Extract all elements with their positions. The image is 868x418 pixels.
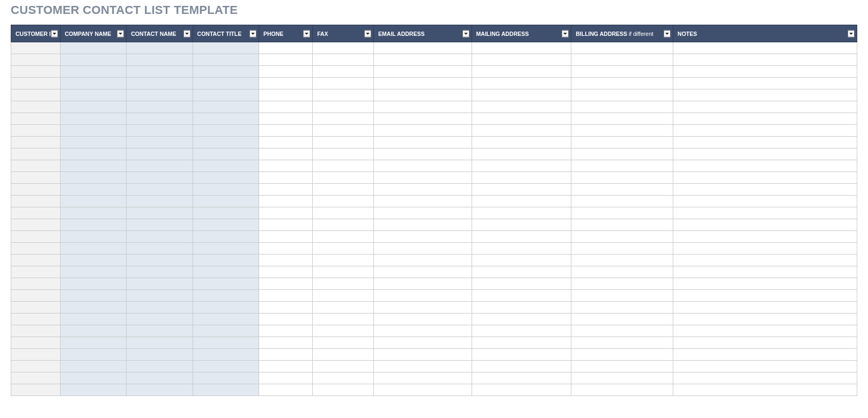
cell[interactable] <box>571 89 673 101</box>
cell[interactable] <box>374 384 472 396</box>
filter-dropdown-icon[interactable] <box>664 30 671 37</box>
cell[interactable] <box>313 243 374 255</box>
cell[interactable] <box>127 302 193 314</box>
cell[interactable] <box>673 231 857 243</box>
filter-dropdown-icon[interactable] <box>183 30 190 37</box>
cell[interactable] <box>259 278 312 290</box>
cell[interactable] <box>11 101 61 113</box>
cell[interactable] <box>11 349 61 361</box>
cell[interactable] <box>313 78 374 89</box>
cell[interactable] <box>313 314 374 325</box>
cell[interactable] <box>259 196 312 207</box>
cell[interactable] <box>673 148 857 160</box>
cell[interactable] <box>193 361 259 372</box>
cell[interactable] <box>673 266 857 278</box>
cell[interactable] <box>313 101 374 113</box>
cell[interactable] <box>127 231 193 243</box>
cell[interactable] <box>11 66 61 78</box>
cell[interactable] <box>60 314 126 325</box>
cell[interactable] <box>313 207 374 219</box>
cell[interactable] <box>673 160 857 172</box>
cell[interactable] <box>374 219 472 231</box>
cell[interactable] <box>673 54 857 66</box>
cell[interactable] <box>60 337 126 349</box>
cell[interactable] <box>571 266 673 278</box>
cell[interactable] <box>673 196 857 207</box>
cell[interactable] <box>571 384 673 396</box>
cell[interactable] <box>11 302 61 314</box>
cell[interactable] <box>673 325 857 337</box>
cell[interactable] <box>313 349 374 361</box>
cell[interactable] <box>472 302 571 314</box>
cell[interactable] <box>313 384 374 396</box>
cell[interactable] <box>193 372 259 384</box>
cell[interactable] <box>313 42 374 54</box>
cell[interactable] <box>571 42 673 54</box>
cell[interactable] <box>374 54 472 66</box>
cell[interactable] <box>673 78 857 89</box>
cell[interactable] <box>127 42 193 54</box>
cell[interactable] <box>259 42 312 54</box>
cell[interactable] <box>127 78 193 89</box>
cell[interactable] <box>472 278 571 290</box>
cell[interactable] <box>472 255 571 266</box>
cell[interactable] <box>313 325 374 337</box>
cell[interactable] <box>127 325 193 337</box>
cell[interactable] <box>472 101 571 113</box>
cell[interactable] <box>374 160 472 172</box>
cell[interactable] <box>193 137 259 148</box>
cell[interactable] <box>374 243 472 255</box>
cell[interactable] <box>673 372 857 384</box>
cell[interactable] <box>127 113 193 125</box>
cell[interactable] <box>472 113 571 125</box>
cell[interactable] <box>11 78 61 89</box>
cell[interactable] <box>472 337 571 349</box>
cell[interactable] <box>259 54 312 66</box>
cell[interactable] <box>374 125 472 137</box>
cell[interactable] <box>673 125 857 137</box>
cell[interactable] <box>193 278 259 290</box>
cell[interactable] <box>60 137 126 148</box>
cell[interactable] <box>60 384 126 396</box>
cell[interactable] <box>127 243 193 255</box>
cell[interactable] <box>127 266 193 278</box>
cell[interactable] <box>472 243 571 255</box>
cell[interactable] <box>60 113 126 125</box>
cell[interactable] <box>313 172 374 184</box>
cell[interactable] <box>11 266 61 278</box>
cell[interactable] <box>193 196 259 207</box>
cell[interactable] <box>259 255 312 266</box>
cell[interactable] <box>313 278 374 290</box>
cell[interactable] <box>673 207 857 219</box>
cell[interactable] <box>374 42 472 54</box>
cell[interactable] <box>571 325 673 337</box>
cell[interactable] <box>472 314 571 325</box>
cell[interactable] <box>472 78 571 89</box>
cell[interactable] <box>374 66 472 78</box>
cell[interactable] <box>313 372 374 384</box>
cell[interactable] <box>374 89 472 101</box>
cell[interactable] <box>193 219 259 231</box>
cell[interactable] <box>673 349 857 361</box>
cell[interactable] <box>571 290 673 302</box>
filter-dropdown-icon[interactable] <box>303 30 310 37</box>
cell[interactable] <box>193 325 259 337</box>
cell[interactable] <box>374 372 472 384</box>
cell[interactable] <box>60 196 126 207</box>
cell[interactable] <box>60 325 126 337</box>
cell[interactable] <box>374 148 472 160</box>
cell[interactable] <box>127 125 193 137</box>
cell[interactable] <box>127 160 193 172</box>
cell[interactable] <box>60 54 126 66</box>
cell[interactable] <box>673 255 857 266</box>
cell[interactable] <box>472 290 571 302</box>
cell[interactable] <box>193 314 259 325</box>
cell[interactable] <box>673 184 857 196</box>
cell[interactable] <box>472 42 571 54</box>
cell[interactable] <box>127 372 193 384</box>
cell[interactable] <box>472 384 571 396</box>
cell[interactable] <box>259 372 312 384</box>
cell[interactable] <box>571 184 673 196</box>
cell[interactable] <box>374 349 472 361</box>
cell[interactable] <box>571 160 673 172</box>
